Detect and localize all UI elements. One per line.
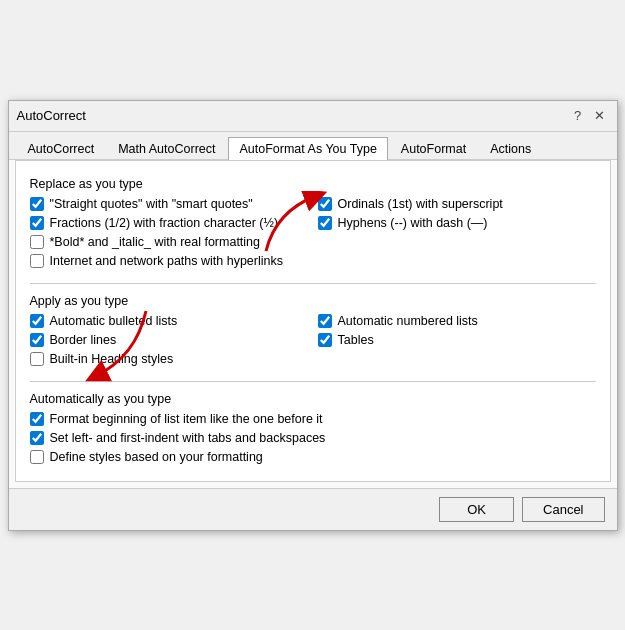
tab-content: Replace as you type "Straight quotes" wi… xyxy=(15,160,611,482)
replace-left-col: "Straight quotes" with "smart quotes" Fr… xyxy=(30,197,308,273)
bold-italic-checkbox[interactable] xyxy=(30,235,44,249)
tables-checkbox[interactable] xyxy=(318,333,332,347)
format-list-item-checkbox[interactable] xyxy=(30,412,44,426)
checkbox-row: Set left- and first-indent with tabs and… xyxy=(30,431,596,445)
tables-label[interactable]: Tables xyxy=(338,333,374,347)
divider-1 xyxy=(30,283,596,284)
apply-section: Automatic bulleted lists Border lines Bu… xyxy=(30,314,596,371)
ok-button[interactable]: OK xyxy=(439,497,514,522)
tab-bar: AutoCorrect Math AutoCorrect AutoFormat … xyxy=(9,132,617,160)
border-lines-checkbox[interactable] xyxy=(30,333,44,347)
checkbox-row: Border lines xyxy=(30,333,308,347)
checkbox-row: Define styles based on your formatting xyxy=(30,450,596,464)
apply-section-label: Apply as you type xyxy=(30,294,596,308)
hyphens-label[interactable]: Hyphens (--) with dash (—) xyxy=(338,216,488,230)
auto-numbered-label[interactable]: Automatic numbered lists xyxy=(338,314,478,328)
help-button[interactable]: ? xyxy=(569,107,587,125)
internet-paths-label[interactable]: Internet and network paths with hyperlin… xyxy=(50,254,283,268)
checkbox-row: Built-in Heading styles xyxy=(30,352,308,366)
tab-autoformat[interactable]: AutoFormat xyxy=(390,137,477,160)
auto-numbered-checkbox[interactable] xyxy=(318,314,332,328)
checkbox-row: Fractions (1/2) with fraction character … xyxy=(30,216,308,230)
fractions-label[interactable]: Fractions (1/2) with fraction character … xyxy=(50,216,279,230)
heading-styles-checkbox[interactable] xyxy=(30,352,44,366)
define-styles-checkbox[interactable] xyxy=(30,450,44,464)
checkbox-row: *Bold* and _italic_ with real formatting xyxy=(30,235,308,249)
tab-autoformat-as-you-type[interactable]: AutoFormat As You Type xyxy=(228,137,387,160)
checkbox-row: Ordinals (1st) with superscript xyxy=(318,197,596,211)
bold-italic-label[interactable]: *Bold* and _italic_ with real formatting xyxy=(50,235,261,249)
checkbox-row: Internet and network paths with hyperlin… xyxy=(30,254,308,268)
title-bar-buttons: ? ✕ xyxy=(569,107,609,125)
tab-autocorrect[interactable]: AutoCorrect xyxy=(17,137,106,160)
straight-quotes-checkbox[interactable] xyxy=(30,197,44,211)
tab-math-autocorrect[interactable]: Math AutoCorrect xyxy=(107,137,226,160)
checkbox-row: "Straight quotes" with "smart quotes" xyxy=(30,197,308,211)
checkbox-row: Automatic numbered lists xyxy=(318,314,596,328)
cancel-button[interactable]: Cancel xyxy=(522,497,604,522)
ordinals-label[interactable]: Ordinals (1st) with superscript xyxy=(338,197,503,211)
fractions-checkbox[interactable] xyxy=(30,216,44,230)
ordinals-checkbox[interactable] xyxy=(318,197,332,211)
auto-bulleted-checkbox[interactable] xyxy=(30,314,44,328)
define-styles-label[interactable]: Define styles based on your formatting xyxy=(50,450,263,464)
set-indent-checkbox[interactable] xyxy=(30,431,44,445)
heading-styles-label[interactable]: Built-in Heading styles xyxy=(50,352,174,366)
apply-right-col: Automatic numbered lists Tables xyxy=(318,314,596,371)
dialog-title: AutoCorrect xyxy=(17,108,86,123)
checkbox-row: Tables xyxy=(318,333,596,347)
hyphens-checkbox[interactable] xyxy=(318,216,332,230)
close-button[interactable]: ✕ xyxy=(591,107,609,125)
internet-paths-checkbox[interactable] xyxy=(30,254,44,268)
apply-left-col: Automatic bulleted lists Border lines Bu… xyxy=(30,314,308,371)
border-lines-label[interactable]: Border lines xyxy=(50,333,117,347)
auto-bulleted-label[interactable]: Automatic bulleted lists xyxy=(50,314,178,328)
replace-section-label: Replace as you type xyxy=(30,177,596,191)
straight-quotes-label[interactable]: "Straight quotes" with "smart quotes" xyxy=(50,197,253,211)
footer: OK Cancel xyxy=(9,488,617,530)
format-list-item-label[interactable]: Format beginning of list item like the o… xyxy=(50,412,323,426)
replace-section: "Straight quotes" with "smart quotes" Fr… xyxy=(30,197,596,273)
title-bar: AutoCorrect ? ✕ xyxy=(9,101,617,132)
checkbox-row: Hyphens (--) with dash (—) xyxy=(318,216,596,230)
replace-right-col: Ordinals (1st) with superscript Hyphens … xyxy=(318,197,596,273)
divider-2 xyxy=(30,381,596,382)
tab-actions[interactable]: Actions xyxy=(479,137,542,160)
auto-section-label: Automatically as you type xyxy=(30,392,596,406)
automatically-section: Format beginning of list item like the o… xyxy=(30,412,596,464)
set-indent-label[interactable]: Set left- and first-indent with tabs and… xyxy=(50,431,326,445)
checkbox-row: Automatic bulleted lists xyxy=(30,314,308,328)
checkbox-row: Format beginning of list item like the o… xyxy=(30,412,596,426)
autocorrect-dialog: AutoCorrect ? ✕ AutoCorrect Math AutoCor… xyxy=(8,100,618,531)
